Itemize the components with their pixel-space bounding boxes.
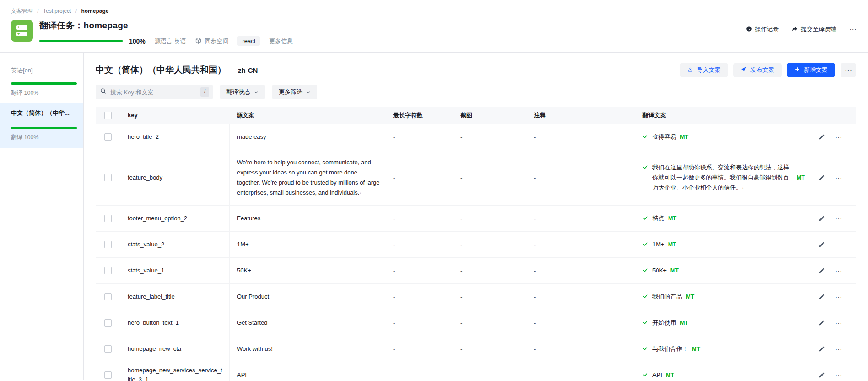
column-header-screenshot: 截图 xyxy=(456,111,529,120)
edit-icon[interactable] xyxy=(819,134,825,140)
row-more-icon[interactable]: ⋯ xyxy=(835,346,842,353)
history-button[interactable]: 操作记录 xyxy=(746,25,779,33)
mt-badge: MT xyxy=(668,241,676,248)
row-screenshot: - xyxy=(456,294,529,300)
row-more-icon[interactable]: ⋯ xyxy=(835,372,842,379)
search-input[interactable] xyxy=(110,89,200,96)
breadcrumb-item-project[interactable]: Test project xyxy=(43,8,71,14)
publish-copy-button[interactable]: 发布文案 xyxy=(733,63,782,77)
row-checkbox[interactable] xyxy=(104,215,112,222)
row-screenshot: - xyxy=(456,320,529,327)
row-translation-text: 与我们合作！ xyxy=(652,344,688,354)
translated-check-icon xyxy=(642,164,648,171)
edit-icon[interactable] xyxy=(819,267,825,274)
row-note: - xyxy=(529,134,638,141)
row-screenshot: - xyxy=(456,174,529,181)
row-screenshot: - xyxy=(456,372,529,379)
breadcrumb: 文案管理 / Test project / homepage xyxy=(0,0,868,15)
table-more-icon[interactable]: ⋯ xyxy=(841,63,856,77)
row-max-chars: - xyxy=(388,294,456,300)
mt-badge: MT xyxy=(797,174,805,181)
row-note: - xyxy=(529,267,638,274)
translated-check-icon xyxy=(642,345,648,353)
row-translation-text: 我们在这里帮助你联系、交流和表达你的想法，这样你就可以一起做更多的事情。我们很自… xyxy=(652,163,793,193)
row-translation-text: 50K+ xyxy=(652,266,667,276)
row-screenshot: - xyxy=(456,346,529,353)
row-checkbox[interactable] xyxy=(104,133,112,141)
row-screenshot: - xyxy=(456,215,529,222)
row-more-icon[interactable]: ⋯ xyxy=(835,320,842,327)
row-note: - xyxy=(529,174,638,181)
edit-icon[interactable] xyxy=(819,320,825,326)
column-header-note: 注释 xyxy=(529,111,638,120)
edit-icon[interactable] xyxy=(819,372,825,378)
edit-icon[interactable] xyxy=(819,174,825,181)
row-checkbox[interactable] xyxy=(104,241,112,248)
row-checkbox[interactable] xyxy=(104,293,112,300)
row-max-chars: - xyxy=(388,320,456,327)
row-screenshot: - xyxy=(456,241,529,248)
table-body: hero_title_2 made easy - - - 变得容易 MT ⋯ f… xyxy=(96,124,856,381)
mt-badge: MT xyxy=(680,134,688,140)
edit-icon[interactable] xyxy=(819,346,825,352)
row-key: homepage_new_services_service_title_3_1 xyxy=(119,366,229,381)
import-icon xyxy=(687,66,693,74)
translated-check-icon xyxy=(642,319,648,327)
mt-badge: MT xyxy=(686,294,694,300)
import-copy-button[interactable]: 导入文案 xyxy=(680,63,728,77)
row-more-icon[interactable]: ⋯ xyxy=(835,174,842,181)
language-progress-label: 翻译 100% xyxy=(11,89,77,97)
row-more-icon[interactable]: ⋯ xyxy=(835,294,842,300)
row-checkbox[interactable] xyxy=(104,174,112,181)
add-copy-button[interactable]: 新增文案 xyxy=(787,63,835,77)
breadcrumb-item-copy-management[interactable]: 文案管理 xyxy=(11,8,33,14)
row-checkbox[interactable] xyxy=(104,267,112,274)
row-checkbox[interactable] xyxy=(104,345,112,353)
sidebar-language-item[interactable]: 中文（简体）（中华... 翻译 100% xyxy=(0,103,83,148)
row-note: - xyxy=(529,294,638,300)
row-source-text: 50K+ xyxy=(237,266,251,276)
edit-icon[interactable] xyxy=(819,241,825,248)
more-filters-button[interactable]: 更多筛选 xyxy=(272,85,317,99)
row-max-chars: - xyxy=(388,174,456,181)
share-arrow-icon xyxy=(792,26,798,33)
row-checkbox[interactable] xyxy=(104,371,112,379)
translation-status-filter[interactable]: 翻译状态 xyxy=(220,85,265,99)
mt-badge: MT xyxy=(692,346,700,352)
row-translation-text: 1M+ xyxy=(652,239,664,250)
row-more-icon[interactable]: ⋯ xyxy=(835,241,842,248)
row-translation-text: 变得容易 xyxy=(652,132,676,142)
cube-icon xyxy=(195,37,202,45)
language-sidebar: 英语[en] 翻译 100% 中文（简体）（中华... 翻译 100% xyxy=(0,53,84,380)
edit-icon[interactable] xyxy=(819,294,825,300)
edit-icon[interactable] xyxy=(819,215,825,222)
row-checkbox[interactable] xyxy=(104,319,112,327)
translated-check-icon xyxy=(642,267,648,274)
row-key: footer_menu_option_2 xyxy=(119,214,229,223)
breadcrumb-separator: / xyxy=(75,8,77,14)
row-key: hero_button_text_1 xyxy=(119,318,229,327)
table-row: stats_value_2 1M+ - - - 1M+ MT ⋯ xyxy=(96,232,856,258)
row-note: - xyxy=(529,215,638,222)
row-max-chars: - xyxy=(388,372,456,379)
sidebar-language-item[interactable]: 英语[en] 翻译 100% xyxy=(0,61,83,103)
mt-badge: MT xyxy=(670,267,679,274)
row-more-icon[interactable]: ⋯ xyxy=(835,134,842,141)
clock-icon xyxy=(746,26,752,33)
submit-to-translator-button[interactable]: 提交至译员端 xyxy=(792,25,836,33)
row-more-icon[interactable]: ⋯ xyxy=(835,215,842,222)
row-note: - xyxy=(529,346,638,353)
translated-check-icon xyxy=(642,371,648,379)
more-info-link[interactable]: 更多信息 xyxy=(269,37,293,45)
task-header: + + 翻译任务：homepage 100% 源语言 英语 同步空间 react… xyxy=(0,15,868,53)
search-icon xyxy=(100,88,107,96)
header-more-icon[interactable]: ⋯ xyxy=(849,26,857,33)
language-name: 英语[en] xyxy=(11,66,33,75)
sync-space: 同步空间 xyxy=(195,37,228,45)
row-source-text: Get Started xyxy=(237,318,267,328)
source-language-label: 源语言 英语 xyxy=(155,37,186,45)
row-screenshot: - xyxy=(456,267,529,274)
select-all-checkbox[interactable] xyxy=(104,112,112,119)
row-more-icon[interactable]: ⋯ xyxy=(835,267,842,274)
search-box: / xyxy=(96,85,213,99)
